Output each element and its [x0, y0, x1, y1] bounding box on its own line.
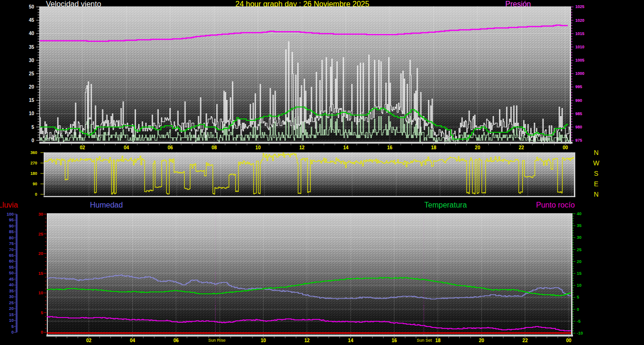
svg-text:Temperatura: Temperatura: [424, 201, 467, 209]
svg-text:40: 40: [577, 211, 581, 216]
svg-text:18: 18: [431, 145, 437, 150]
svg-text:04: 04: [130, 338, 135, 343]
svg-text:45: 45: [9, 277, 14, 281]
svg-text:18: 18: [435, 338, 441, 343]
svg-text:30: 30: [577, 235, 581, 240]
svg-text:85: 85: [9, 229, 14, 234]
svg-text:60: 60: [9, 259, 14, 263]
svg-text:Sun Set: Sun Set: [417, 338, 432, 343]
svg-text:35: 35: [9, 289, 14, 293]
svg-text:1000: 1000: [575, 71, 584, 76]
svg-text:75: 75: [9, 241, 14, 246]
svg-text:10: 10: [261, 338, 267, 343]
svg-text:995: 995: [575, 84, 582, 89]
svg-text:06: 06: [168, 145, 173, 150]
svg-text:1020: 1020: [575, 18, 584, 23]
svg-text:0: 0: [41, 330, 43, 335]
svg-text:25: 25: [577, 247, 581, 252]
svg-text:12: 12: [299, 145, 305, 150]
svg-text:16: 16: [392, 338, 397, 343]
svg-text:990: 990: [575, 98, 582, 103]
svg-text:E: E: [594, 180, 598, 188]
svg-text:5: 5: [31, 125, 34, 130]
svg-text:975: 975: [575, 138, 582, 143]
svg-text:70: 70: [9, 247, 14, 252]
svg-text:10: 10: [9, 318, 14, 323]
svg-text:-10: -10: [577, 331, 583, 336]
svg-text:180: 180: [30, 171, 37, 176]
svg-text:5: 5: [41, 310, 43, 315]
svg-text:30: 30: [38, 212, 43, 217]
svg-text:02: 02: [86, 338, 92, 343]
svg-text:0: 0: [35, 192, 37, 197]
svg-text:20: 20: [9, 306, 14, 311]
svg-text:35: 35: [577, 223, 581, 228]
svg-text:30: 30: [9, 294, 14, 299]
svg-text:0: 0: [11, 330, 14, 335]
svg-text:980: 980: [575, 125, 582, 129]
svg-text:-5: -5: [577, 319, 581, 324]
svg-text:40: 40: [29, 31, 35, 36]
svg-text:15: 15: [577, 271, 581, 276]
svg-text:W: W: [593, 159, 599, 167]
svg-text:14: 14: [348, 338, 354, 343]
svg-text:00: 00: [566, 338, 572, 343]
svg-text:20: 20: [479, 338, 484, 343]
svg-text:65: 65: [9, 253, 14, 258]
svg-text:12: 12: [304, 338, 310, 343]
svg-text:1005: 1005: [575, 58, 584, 63]
svg-text:15: 15: [38, 271, 43, 276]
svg-text:90: 90: [9, 224, 14, 228]
svg-text:1025: 1025: [575, 4, 584, 9]
svg-text:22: 22: [519, 145, 525, 150]
svg-text:50: 50: [9, 271, 14, 275]
svg-text:Punto rocío: Punto rocío: [536, 201, 575, 209]
svg-text:25: 25: [38, 232, 43, 236]
svg-text:20: 20: [38, 251, 43, 256]
svg-text:14: 14: [343, 145, 349, 150]
svg-text:N: N: [594, 149, 599, 156]
svg-text:10: 10: [255, 145, 261, 150]
svg-text:95: 95: [9, 218, 14, 222]
svg-text:22: 22: [522, 338, 528, 343]
svg-text:5: 5: [577, 295, 579, 300]
svg-text:10: 10: [38, 291, 43, 295]
svg-text:90: 90: [33, 182, 37, 186]
svg-text:35: 35: [29, 45, 35, 50]
svg-text:5: 5: [11, 324, 14, 329]
svg-text:00: 00: [563, 145, 568, 150]
svg-text:100: 100: [7, 212, 14, 217]
svg-text:0: 0: [577, 307, 579, 312]
svg-text:06: 06: [173, 338, 179, 343]
svg-text:10: 10: [577, 283, 581, 288]
svg-text:16: 16: [387, 145, 393, 150]
svg-text:20: 20: [577, 259, 581, 264]
svg-text:55: 55: [9, 265, 14, 270]
svg-text:360: 360: [30, 150, 37, 155]
svg-text:985: 985: [575, 111, 582, 116]
svg-text:02: 02: [80, 145, 86, 150]
svg-text:50: 50: [29, 4, 35, 9]
svg-text:15: 15: [29, 98, 35, 103]
svg-text:40: 40: [9, 282, 14, 287]
svg-text:N: N: [594, 191, 599, 198]
svg-text:04: 04: [124, 145, 129, 150]
svg-text:25: 25: [9, 300, 14, 305]
svg-text:20: 20: [29, 84, 35, 90]
svg-text:S: S: [594, 170, 598, 177]
svg-text:20: 20: [475, 145, 481, 150]
svg-text:45: 45: [29, 18, 35, 23]
svg-text:25: 25: [29, 71, 35, 76]
svg-text:30: 30: [29, 58, 35, 63]
svg-text:1015: 1015: [575, 31, 584, 36]
svg-text:10: 10: [29, 111, 35, 116]
svg-text:Sun Rise: Sun Rise: [208, 338, 226, 343]
svg-text:Humedad: Humedad: [90, 201, 123, 209]
svg-text:15: 15: [9, 312, 14, 317]
svg-text:Lluvia: Lluvia: [0, 201, 18, 209]
svg-text:80: 80: [9, 236, 14, 240]
svg-text:270: 270: [30, 161, 37, 165]
svg-text:0: 0: [31, 138, 34, 143]
svg-text:08: 08: [212, 145, 217, 150]
svg-text:1010: 1010: [575, 45, 584, 49]
